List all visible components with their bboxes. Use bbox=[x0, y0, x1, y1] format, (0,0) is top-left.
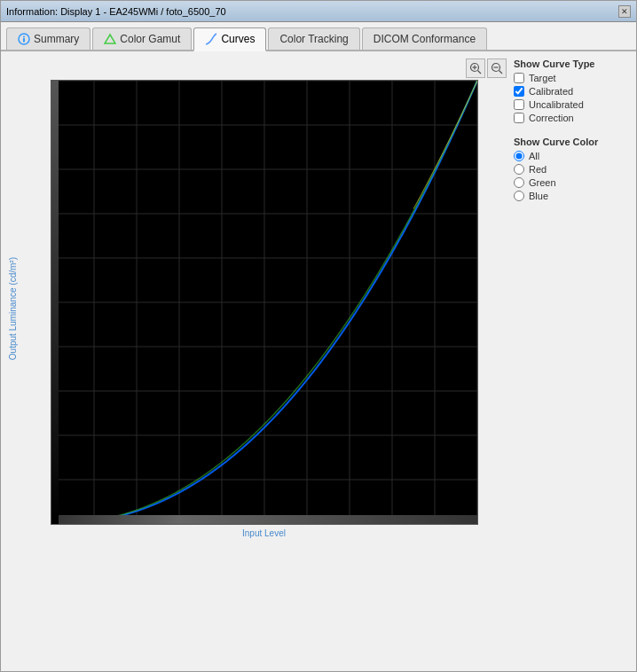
info-icon bbox=[18, 33, 30, 45]
svg-marker-3 bbox=[105, 35, 115, 43]
curves-icon bbox=[205, 33, 217, 45]
calibrated-label: Calibrated bbox=[529, 86, 573, 97]
blue-label: Blue bbox=[529, 191, 548, 201]
zoom-out-button[interactable] bbox=[487, 59, 507, 78]
title-bar: Information: Display 1 - EA245WMi / foto… bbox=[1, 1, 636, 22]
all-radio[interactable] bbox=[514, 151, 524, 161]
radio-green: Green bbox=[514, 177, 629, 188]
checkbox-target: Target bbox=[514, 73, 629, 83]
sidebar: Show Curve Type Target Calibrated Uncali… bbox=[514, 59, 629, 664]
show-curve-color-section: Show Curve Color All Red Green Blue bbox=[514, 137, 629, 204]
zoom-in-icon bbox=[469, 62, 482, 74]
svg-line-7 bbox=[478, 71, 482, 74]
tab-summary[interactable]: Summary bbox=[6, 27, 90, 50]
target-checkbox[interactable] bbox=[514, 73, 524, 83]
red-label: Red bbox=[529, 164, 547, 175]
checkbox-calibrated: Calibrated bbox=[514, 86, 629, 97]
show-curve-color-title: Show Curve Color bbox=[514, 137, 629, 147]
radio-all: All bbox=[514, 151, 629, 161]
show-curve-type-title: Show Curve Type bbox=[514, 59, 629, 69]
x-axis-label: Input Level bbox=[242, 528, 286, 538]
main-window: Information: Display 1 - EA245WMi / foto… bbox=[0, 0, 637, 672]
calibrated-checkbox[interactable] bbox=[514, 86, 524, 97]
red-radio[interactable] bbox=[514, 164, 524, 175]
checkbox-uncalibrated: Uncalibrated bbox=[514, 99, 629, 110]
chart-area: Output Luminance (cd/m²) Input Level bbox=[8, 59, 507, 664]
green-radio[interactable] bbox=[514, 177, 524, 188]
zoom-in-button[interactable] bbox=[466, 59, 485, 78]
close-button[interactable]: ✕ bbox=[618, 5, 631, 18]
zoom-out-icon bbox=[491, 62, 503, 74]
correction-label: Correction bbox=[529, 113, 574, 123]
content-area: Output Luminance (cd/m²) Input Level Sho… bbox=[1, 51, 636, 671]
uncalibrated-checkbox[interactable] bbox=[514, 99, 524, 110]
tab-color-tracking[interactable]: Color Tracking bbox=[268, 27, 359, 50]
checkbox-correction: Correction bbox=[514, 113, 629, 123]
window-title: Information: Display 1 - EA245WMi / foto… bbox=[6, 6, 226, 17]
svg-line-10 bbox=[499, 71, 503, 74]
tab-dicom-conformance[interactable]: DICOM Conformance bbox=[362, 27, 487, 50]
green-label: Green bbox=[529, 177, 556, 188]
chart-canvas-wrap: Input Level bbox=[21, 80, 507, 538]
show-curve-type-section: Show Curve Type Target Calibrated Uncali… bbox=[514, 59, 629, 126]
triangle-icon bbox=[104, 33, 116, 45]
tab-curves[interactable]: Curves bbox=[193, 27, 266, 51]
tab-summary-label: Summary bbox=[34, 33, 79, 45]
y-axis-label: Output Luminance (cd/m²) bbox=[8, 257, 18, 360]
uncalibrated-label: Uncalibrated bbox=[529, 99, 584, 110]
correction-checkbox[interactable] bbox=[514, 113, 524, 123]
all-label: All bbox=[529, 151, 539, 161]
tab-color-gamut[interactable]: Color Gamut bbox=[92, 27, 192, 50]
curve-chart bbox=[51, 80, 478, 525]
chart-toolbar bbox=[8, 59, 507, 78]
tab-bar: Summary Color Gamut Curves Color Trackin… bbox=[1, 22, 636, 51]
radio-blue: Blue bbox=[514, 191, 629, 201]
chart-container: Output Luminance (cd/m²) Input Level bbox=[8, 80, 507, 538]
svg-point-1 bbox=[23, 36, 25, 38]
svg-rect-2 bbox=[23, 38, 25, 43]
blue-radio[interactable] bbox=[514, 191, 524, 201]
target-label: Target bbox=[529, 73, 556, 83]
tab-color-tracking-label: Color Tracking bbox=[279, 33, 348, 45]
tab-color-gamut-label: Color Gamut bbox=[120, 33, 180, 45]
radio-red: Red bbox=[514, 164, 629, 175]
tab-dicom-conformance-label: DICOM Conformance bbox=[374, 33, 476, 45]
tab-curves-label: Curves bbox=[221, 33, 255, 45]
